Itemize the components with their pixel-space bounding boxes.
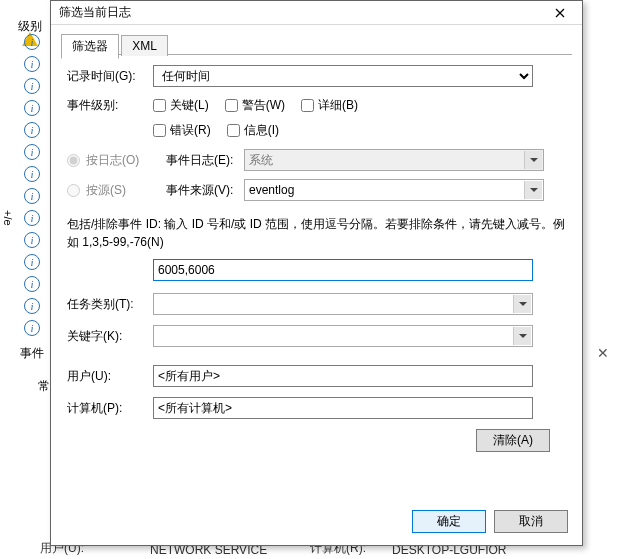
cancel-button[interactable]: 取消 — [494, 510, 568, 533]
bg-close-icon[interactable]: ✕ — [597, 345, 609, 361]
close-button[interactable] — [542, 2, 578, 24]
task-label: 任务类别(T): — [67, 296, 153, 313]
radio-by-source-label: 按源(S) — [86, 182, 166, 199]
tab-xml[interactable]: XML — [121, 35, 168, 56]
bg-side-text: +/e — [2, 210, 14, 226]
logged-label: 记录时间(G): — [67, 68, 153, 85]
chk-information[interactable] — [227, 124, 240, 137]
computer-input[interactable]: <所有计算机> — [153, 397, 533, 419]
bg-chang-label: 常 — [38, 378, 50, 395]
chk-critical[interactable] — [153, 99, 166, 112]
keywords-dropdown[interactable] — [153, 325, 533, 347]
level-label: 事件级别: — [67, 97, 153, 114]
chk-critical-wrap[interactable]: 关键(L) — [153, 97, 209, 114]
chk-verbose-wrap[interactable]: 详细(B) — [301, 97, 358, 114]
radio-by-source — [67, 184, 80, 197]
event-source-dropdown[interactable]: eventlog — [244, 179, 544, 201]
user-label: 用户(U): — [67, 368, 153, 385]
titlebar: 筛选当前日志 — [51, 1, 582, 25]
tab-filter[interactable]: 筛选器 — [61, 34, 119, 59]
close-icon — [555, 8, 565, 18]
clear-button[interactable]: 清除(A) — [476, 429, 550, 452]
filter-dialog: 筛选当前日志 筛选器 XML 记录时间(G): 任何时间 事件级别: 关键(L)… — [50, 0, 583, 546]
chk-verbose[interactable] — [301, 99, 314, 112]
dialog-title: 筛选当前日志 — [59, 4, 542, 21]
chevron-down-icon — [524, 151, 542, 169]
logged-select[interactable]: 任何时间 — [153, 65, 533, 87]
chevron-down-icon[interactable] — [524, 181, 542, 199]
radio-by-log — [67, 154, 80, 167]
event-id-input[interactable] — [153, 259, 533, 281]
chk-error[interactable] — [153, 124, 166, 137]
chk-warning-wrap[interactable]: 警告(W) — [225, 97, 285, 114]
bg-info-icons: iiiiiiiiiiiiii — [24, 34, 40, 342]
id-description: 包括/排除事件 ID: 输入 ID 号和/或 ID 范围，使用逗号分隔。若要排除… — [67, 215, 566, 251]
event-log-dropdown: 系统 — [244, 149, 544, 171]
chevron-down-icon[interactable] — [513, 295, 531, 313]
user-input[interactable]: <所有用户> — [153, 365, 533, 387]
bg-event-label: 事件 — [20, 345, 44, 362]
chevron-down-icon[interactable] — [513, 327, 531, 345]
task-dropdown[interactable] — [153, 293, 533, 315]
computer-label: 计算机(P): — [67, 400, 153, 417]
event-log-label: 事件日志(E): — [166, 152, 244, 169]
chk-warning[interactable] — [225, 99, 238, 112]
keywords-label: 关键字(K): — [67, 328, 153, 345]
radio-by-log-label: 按日志(O) — [86, 152, 166, 169]
ok-button[interactable]: 确定 — [412, 510, 486, 533]
event-source-label: 事件来源(V): — [166, 182, 244, 199]
chk-information-wrap[interactable]: 信息(I) — [227, 122, 279, 139]
tabstrip: 筛选器 XML — [61, 33, 572, 55]
chk-error-wrap[interactable]: 错误(R) — [153, 122, 211, 139]
